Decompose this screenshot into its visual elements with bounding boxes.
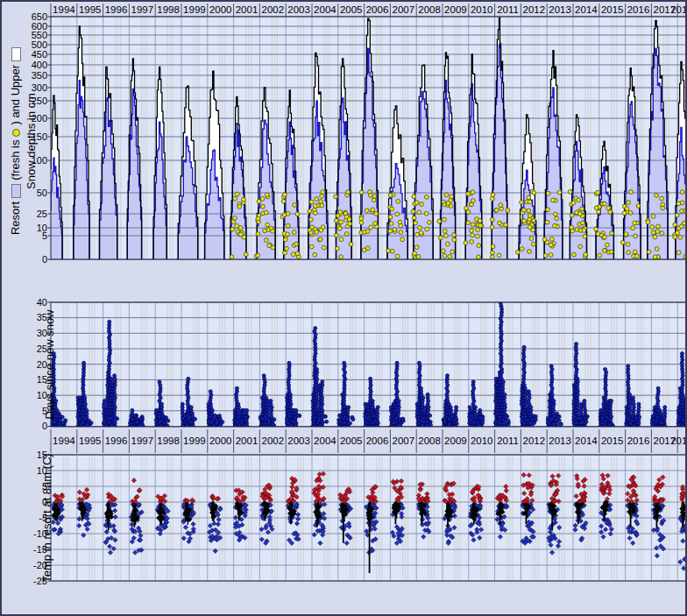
svg-text:2001: 2001	[236, 435, 259, 446]
svg-text:1995: 1995	[79, 4, 102, 15]
svg-text:2009: 2009	[444, 435, 467, 446]
svg-text:2013: 2013	[549, 4, 571, 15]
svg-text:1997: 1997	[131, 4, 154, 15]
svg-text:1994: 1994	[53, 435, 75, 446]
svg-text:2013: 2013	[549, 435, 571, 446]
upper-swatch-icon	[11, 47, 21, 61]
snow-depth-units-label: Snow depths in cm	[24, 93, 39, 189]
svg-text:2015: 2015	[601, 435, 624, 446]
svg-text:2015: 2015	[601, 4, 624, 15]
top-year-axis: 1994199519961997199819992000200120022003…	[51, 4, 687, 17]
svg-text:2008: 2008	[418, 4, 441, 15]
mid-year-axis: 1994199519961997199819992000200120022003…	[51, 429, 687, 453]
svg-text:2011: 2011	[497, 4, 519, 15]
svg-text:1998: 1998	[157, 4, 180, 15]
svg-text:2005: 2005	[340, 4, 363, 15]
svg-text:2002: 2002	[262, 4, 285, 15]
svg-text:2010: 2010	[471, 435, 493, 446]
svg-text:2006: 2006	[366, 435, 389, 446]
svg-text:2014: 2014	[575, 435, 598, 446]
svg-text:2011: 2011	[497, 435, 519, 446]
svg-text:2014: 2014	[575, 4, 598, 15]
upper-label-suffix: ) and Upper	[8, 65, 24, 125]
svg-text:1994: 1994	[53, 4, 75, 15]
fresh-snow-legend-icon	[12, 129, 20, 137]
temp-axis-label: Temp in resort at 8am (C)	[40, 435, 54, 601]
svg-text:2007: 2007	[393, 435, 415, 446]
snow-axis-label: Resort (fresh is ) and Upper Snow depths…	[6, 10, 41, 273]
svg-text:2000: 2000	[209, 4, 232, 15]
svg-text:2009: 2009	[444, 4, 467, 15]
svg-text:1997: 1997	[131, 435, 154, 446]
svg-text:2003: 2003	[287, 435, 310, 446]
snow-history-chart: 6506005505004504003503002502001501005025…	[2, 2, 687, 616]
svg-text:2012: 2012	[523, 435, 546, 446]
svg-text:2018: 2018	[670, 4, 687, 15]
svg-text:2018: 2018	[670, 435, 687, 446]
svg-text:5: 5	[42, 230, 47, 241]
fresh-label-prefix: (fresh is	[8, 140, 24, 181]
resort-swatch-icon	[11, 184, 21, 198]
svg-text:2005: 2005	[340, 435, 363, 446]
snow-history-window: 6506005505004504003503002502001501005025…	[0, 0, 687, 616]
svg-text:2016: 2016	[627, 4, 650, 15]
svg-text:2004: 2004	[314, 4, 336, 15]
days-axis-label: Days since new snow	[43, 294, 57, 435]
svg-text:2008: 2008	[418, 435, 441, 446]
svg-text:2006: 2006	[366, 4, 389, 15]
svg-text:1995: 1995	[79, 435, 102, 446]
svg-text:2010: 2010	[471, 4, 493, 15]
svg-text:0: 0	[42, 254, 47, 265]
svg-text:2003: 2003	[287, 4, 310, 15]
svg-text:1999: 1999	[183, 4, 206, 15]
svg-text:1996: 1996	[105, 4, 128, 15]
svg-text:1998: 1998	[157, 435, 180, 446]
resort-label: Resort	[8, 202, 24, 235]
svg-text:2012: 2012	[523, 4, 546, 15]
svg-text:1996: 1996	[105, 435, 128, 446]
svg-text:1999: 1999	[183, 435, 206, 446]
svg-text:2001: 2001	[236, 4, 259, 15]
svg-text:2002: 2002	[262, 435, 285, 446]
svg-text:2000: 2000	[209, 435, 232, 446]
svg-text:2004: 2004	[314, 435, 336, 446]
svg-text:2016: 2016	[627, 435, 650, 446]
svg-text:2007: 2007	[393, 4, 415, 15]
